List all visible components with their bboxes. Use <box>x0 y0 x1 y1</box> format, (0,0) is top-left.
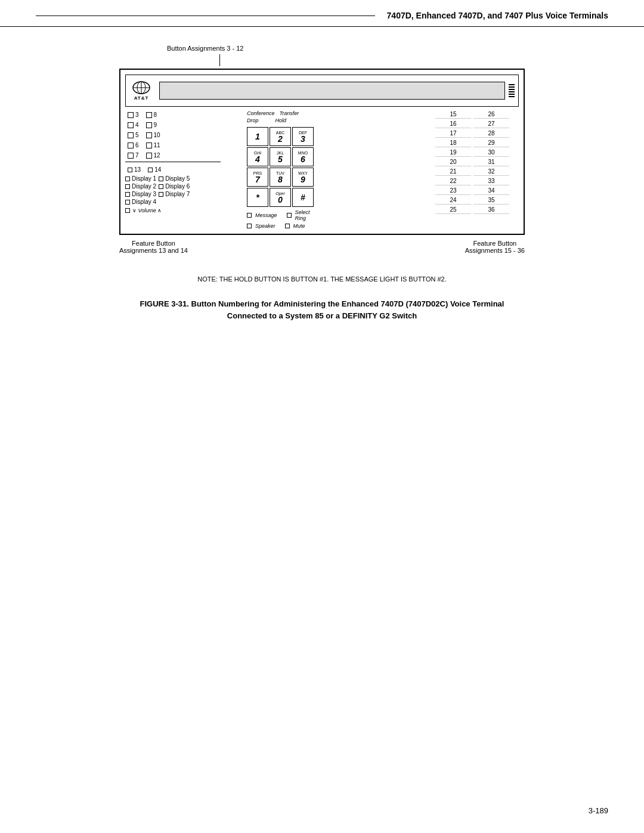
btn-20[interactable]: 20 <box>435 158 471 166</box>
btn-14[interactable]: 14 <box>145 165 163 174</box>
btn-24[interactable]: 24 <box>435 196 471 205</box>
btn-27[interactable]: 27 <box>473 120 509 128</box>
right-row-20-31: 20 31 <box>435 158 519 166</box>
speaker-led <box>247 224 252 228</box>
led-10 <box>146 132 152 138</box>
display-4-led <box>125 200 130 205</box>
display-6-btn[interactable]: Display 6 <box>159 183 190 190</box>
dial-key-7[interactable]: PRS 7 <box>247 168 268 187</box>
btn-22[interactable]: 22 <box>435 177 471 185</box>
btn-13[interactable]: 13 <box>125 165 143 174</box>
conference-label: Conference <box>247 110 275 116</box>
btn-25[interactable]: 25 <box>435 206 471 214</box>
dialpad: 1 ABC 2 DEF 3 GHI 4 <box>247 127 433 207</box>
btn-19[interactable]: 19 <box>435 148 471 157</box>
btn-col-2: 8 9 10 11 <box>144 110 163 160</box>
dial-key-4[interactable]: GHI 4 <box>247 147 268 166</box>
btn-33[interactable]: 33 <box>473 177 509 185</box>
att-logo: AT&T <box>129 79 153 103</box>
display-3-btn[interactable]: Display 3 <box>125 191 156 197</box>
message-led <box>247 213 252 218</box>
mute-label: Mute <box>293 223 305 229</box>
btn-6[interactable]: 6 <box>125 141 141 150</box>
display-col-1: Display 1 Display 2 Display 3 <box>125 175 156 205</box>
header-line <box>36 16 375 16</box>
btn-15[interactable]: 15 <box>435 110 471 119</box>
figure-annotations: Feature Button Assignments 13 and 14 Fea… <box>119 240 525 254</box>
btn-11[interactable]: 11 <box>144 141 163 150</box>
display-3-led <box>125 192 130 197</box>
btn-30[interactable]: 30 <box>473 148 509 157</box>
btn-28[interactable]: 28 <box>473 129 509 138</box>
right-row-22-33: 22 33 <box>435 177 519 185</box>
btn-18[interactable]: 18 <box>435 139 471 147</box>
led-5 <box>128 132 134 138</box>
btn-17[interactable]: 17 <box>435 129 471 138</box>
btn-26[interactable]: 26 <box>473 110 509 119</box>
left-buttons: 3 4 5 6 <box>125 110 244 229</box>
dial-key-hash[interactable]: # <box>292 188 314 207</box>
display-5-btn[interactable]: Display 5 <box>159 175 190 182</box>
btn-35[interactable]: 35 <box>473 196 509 205</box>
dial-key-1[interactable]: 1 <box>247 127 268 146</box>
btn-31[interactable]: 31 <box>473 158 509 166</box>
dial-key-0[interactable]: Oper 0 <box>270 188 291 207</box>
btn-34[interactable]: 34 <box>473 187 509 195</box>
display-1-btn[interactable]: Display 1 <box>125 175 156 182</box>
btn-8[interactable]: 8 <box>144 110 163 119</box>
right-row-25-36: 25 36 <box>435 206 519 214</box>
btn-12[interactable]: 12 <box>144 151 163 160</box>
right-row-21-32: 21 32 <box>435 168 519 176</box>
btn-32[interactable]: 32 <box>473 168 509 176</box>
volume-led <box>125 208 130 213</box>
annotation-left: Feature Button Assignments 13 and 14 <box>119 240 188 254</box>
btn-7[interactable]: 7 <box>125 151 141 160</box>
page-number: 3-189 <box>589 806 608 815</box>
annotation-right: Feature Button Assignments 15 - 36 <box>465 240 525 254</box>
dial-key-5[interactable]: JKL 5 <box>270 147 291 166</box>
btn-23[interactable]: 23 <box>435 187 471 195</box>
dial-key-2[interactable]: ABC 2 <box>270 127 291 146</box>
btn-3[interactable]: 3 <box>125 110 141 119</box>
right-row-19-30: 19 30 <box>435 148 519 157</box>
btn-9[interactable]: 9 <box>144 120 163 129</box>
right-row-17-28: 17 28 <box>435 129 519 138</box>
display-7-btn[interactable]: Display 7 <box>159 191 190 197</box>
right-row-18-29: 18 29 <box>435 139 519 147</box>
led-8 <box>146 112 152 118</box>
middle-section: Conference Transfer Drop Hold 1 <box>244 110 435 229</box>
btn-29[interactable]: 29 <box>473 139 509 147</box>
btn-4[interactable]: 4 <box>125 120 141 129</box>
right-row-16-27: 16 27 <box>435 120 519 128</box>
display-6-led <box>159 184 163 189</box>
right-row-24-35: 24 35 <box>435 196 519 205</box>
page-header: 7407D, Enhanced 7407D, and 7407 Plus Voi… <box>0 0 644 27</box>
display-5-led <box>159 176 163 181</box>
figure-area: Button Assignments 3 - 12 AT&T <box>36 45 608 254</box>
led-4 <box>128 122 134 128</box>
dial-key-8[interactable]: TUV 8 <box>270 168 291 187</box>
btn-16[interactable]: 16 <box>435 120 471 128</box>
btn-5[interactable]: 5 <box>125 131 141 140</box>
hold-label: Hold <box>275 117 287 123</box>
btn-21[interactable]: 21 <box>435 168 471 176</box>
btn-10[interactable]: 10 <box>144 131 163 140</box>
speaker-label: Speaker <box>255 223 275 229</box>
display-2-led <box>125 184 130 189</box>
dial-key-star[interactable]: * <box>247 188 268 207</box>
dial-key-6[interactable]: MNO 6 <box>292 147 314 166</box>
dial-key-3[interactable]: DEF 3 <box>292 127 314 146</box>
right-buttons: 15 26 16 27 17 28 18 29 <box>435 110 519 229</box>
display-4-btn[interactable]: Display 4 <box>125 199 156 205</box>
button-assignments-label: Button Assignments 3 - 12 <box>167 45 243 52</box>
phone-top: AT&T <box>125 75 519 107</box>
phone-diagram: AT&T <box>119 69 525 235</box>
select-ring-led <box>287 213 292 218</box>
btn-36[interactable]: 36 <box>473 206 509 214</box>
transfer-label: Transfer <box>280 110 299 116</box>
right-row-15-26: 15 26 <box>435 110 519 119</box>
message-label: Message <box>255 212 277 218</box>
display-2-btn[interactable]: Display 2 <box>125 183 156 190</box>
display-7-led <box>159 192 163 197</box>
dial-key-9[interactable]: WXY 9 <box>292 168 314 187</box>
